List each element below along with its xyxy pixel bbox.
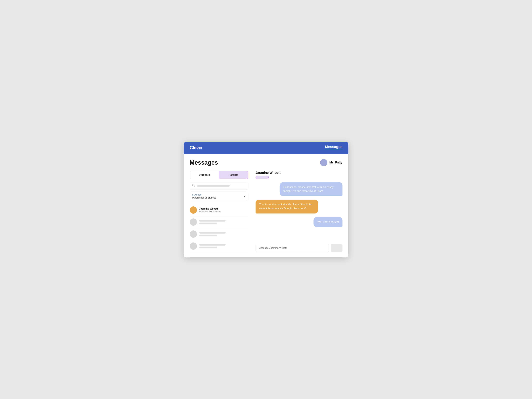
message-input[interactable] (256, 244, 329, 252)
page-title: Messages (190, 159, 218, 166)
contact-info (199, 232, 248, 236)
search-box (190, 182, 248, 189)
contact-name: Jasmine Wilcott (199, 207, 248, 210)
contact-item-placeholder-1[interactable] (190, 216, 248, 228)
nav-messages[interactable]: Messages (325, 145, 342, 151)
tab-parents[interactable]: Parents (219, 171, 248, 179)
placeholder-line (199, 247, 217, 248)
message-bubble-1: Hi Jasmine, please help Will with his es… (280, 182, 342, 196)
placeholder-line (199, 244, 226, 246)
avatar (190, 206, 197, 214)
search-icon (192, 184, 195, 188)
contact-item-placeholder-3[interactable] (190, 240, 248, 252)
chat-status-pill (256, 176, 269, 179)
avatar (190, 231, 197, 238)
contact-list: Jasmine Wilcott Mother of Will Johnson (190, 204, 248, 252)
body-layout: Students Parents CLASSES (190, 171, 342, 252)
main-content: Messages Ms. Patty Students Parents (184, 154, 348, 257)
contact-item-placeholder-2[interactable] (190, 228, 248, 240)
message-row-3: Yes! That's correct (256, 217, 342, 227)
chat-header: Jasmine Wilcott (256, 171, 342, 180)
contact-sub: Mother of Will Johnson (199, 210, 248, 213)
tab-students[interactable]: Students (190, 171, 219, 179)
contact-info (199, 220, 248, 224)
avatar (320, 159, 327, 166)
chat-input-row (256, 244, 342, 252)
message-row-2: Thanks for the reminder Ms. Patty! Shoul… (256, 200, 342, 213)
placeholder-line (199, 220, 226, 222)
classes-label: CLASSES (192, 194, 246, 196)
placeholder-line (199, 232, 226, 234)
sidebar: Students Parents CLASSES (190, 171, 252, 252)
contact-info (199, 244, 248, 248)
user-name: Ms. Patty (329, 161, 342, 164)
user-info: Ms. Patty (320, 159, 342, 166)
message-bubble-3: Yes! That's correct (314, 217, 342, 227)
svg-line-1 (194, 186, 195, 187)
classes-value: Parents for all classes (192, 196, 246, 199)
logo: Clever (190, 145, 203, 150)
message-row-1: Hi Jasmine, please help Will with his es… (256, 182, 342, 196)
contact-item-jasmine[interactable]: Jasmine Wilcott Mother of Will Johnson (190, 204, 248, 216)
chevron-down-icon: ▼ (244, 195, 246, 198)
contact-info: Jasmine Wilcott Mother of Will Johnson (199, 207, 248, 213)
avatar (190, 218, 197, 226)
chat-messages: Hi Jasmine, please help Will with his es… (256, 182, 342, 240)
placeholder-line (199, 235, 217, 236)
page-header: Messages Ms. Patty (190, 159, 342, 166)
placeholder-line (199, 223, 217, 224)
chat-contact-name: Jasmine Wilcott (256, 171, 342, 175)
classes-dropdown[interactable]: CLASSES Parents for all classes ▼ (190, 192, 248, 201)
message-bubble-2: Thanks for the reminder Ms. Patty! Shoul… (256, 200, 318, 213)
send-button[interactable] (331, 244, 342, 252)
tab-buttons: Students Parents (190, 171, 248, 179)
search-placeholder-line (197, 185, 230, 187)
app-container: Clever Messages Messages Ms. Patty Stude… (184, 142, 348, 257)
header: Clever Messages (184, 142, 348, 154)
chat-area: Jasmine Wilcott Hi Jasmine, please help … (252, 171, 342, 252)
avatar (190, 243, 197, 250)
